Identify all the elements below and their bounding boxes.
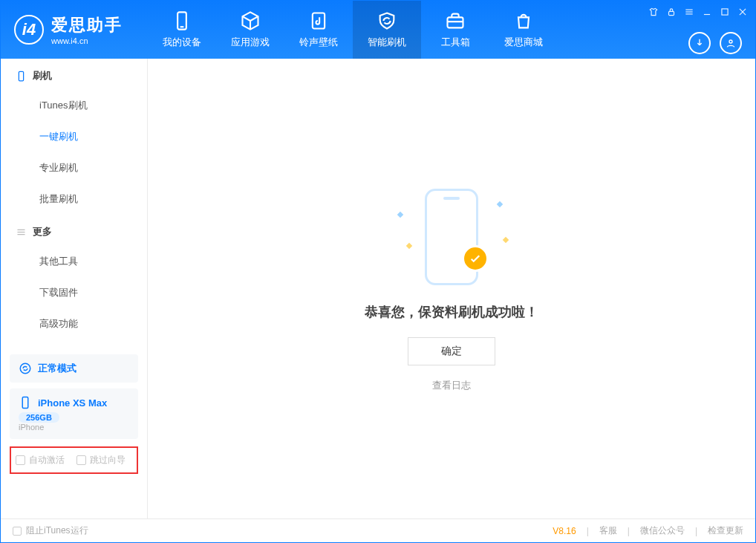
close-icon[interactable] — [737, 7, 748, 20]
sparkle-icon — [397, 211, 403, 217]
sidebar-item-pro-flash[interactable]: 专业刷机 — [1, 152, 147, 183]
sidebar-item-other-tools[interactable]: 其他工具 — [1, 246, 147, 277]
checkbox-icon — [13, 527, 22, 536]
tab-store[interactable]: 爱思商城 — [489, 1, 558, 59]
sparkle-icon — [406, 242, 412, 248]
wechat-link[interactable]: 微信公众号 — [640, 524, 685, 537]
device-info-card[interactable]: iPhone XS Max 256GB iPhone — [10, 388, 138, 439]
tab-toolbox[interactable]: 工具箱 — [421, 1, 489, 59]
checkbox-label: 自动激活 — [29, 454, 65, 466]
tab-label: 工具箱 — [441, 36, 470, 49]
sidebar: 刷机 iTunes刷机 一键刷机 专业刷机 批量刷机 更多 其他工具 下载固件 … — [1, 59, 148, 518]
tab-label: 爱思商城 — [504, 36, 543, 49]
checkmark-badge-icon — [462, 245, 489, 272]
version-label: V8.16 — [553, 526, 576, 536]
group-title-text: 更多 — [33, 225, 52, 238]
update-link[interactable]: 检查更新 — [708, 524, 743, 537]
briefcase-icon — [445, 10, 466, 31]
user-icon[interactable] — [720, 32, 742, 54]
sidebar-item-advanced[interactable]: 高级功能 — [1, 308, 147, 339]
device-capacity-badge: 256GB — [19, 412, 59, 423]
cube-icon — [240, 10, 261, 31]
success-message: 恭喜您，保资料刷机成功啦！ — [365, 303, 538, 321]
checkbox-label: 跳过向导 — [90, 454, 126, 466]
sparkle-icon — [503, 236, 509, 242]
shirt-icon[interactable] — [648, 7, 659, 20]
view-log-link[interactable]: 查看日志 — [432, 379, 471, 392]
tab-label: 铃声壁纸 — [299, 36, 338, 49]
brand-name: 爱思助手 — [51, 14, 123, 36]
logo-block: i4 爱思助手 www.i4.cn — [1, 1, 148, 59]
sidebar-item-download-firmware[interactable]: 下载固件 — [1, 277, 147, 308]
svg-rect-2 — [313, 13, 325, 29]
separator: | — [695, 526, 697, 536]
logo-icon: i4 — [14, 15, 44, 45]
highlighted-options: 自动激活 跳过向导 — [10, 446, 138, 474]
device-type: iPhone — [19, 423, 129, 432]
sidebar-group-more: 更多 — [1, 215, 147, 246]
support-link[interactable]: 客服 — [599, 524, 617, 537]
phone-icon — [172, 10, 192, 31]
minimize-icon[interactable] — [702, 7, 712, 20]
checkbox-auto-activate[interactable]: 自动激活 — [16, 454, 65, 466]
svg-rect-18 — [22, 397, 28, 409]
tab-label: 智能刷机 — [368, 36, 406, 49]
device-mode-button[interactable]: 正常模式 — [10, 354, 138, 383]
device-name: iPhone XS Max — [38, 397, 107, 409]
separator: | — [587, 526, 589, 536]
lock-icon[interactable] — [666, 7, 677, 20]
checkbox-block-itunes[interactable]: 阻止iTunes运行 — [13, 524, 88, 537]
checkbox-label: 阻止iTunes运行 — [26, 524, 88, 537]
device-phone-icon — [19, 396, 32, 409]
bag-icon — [513, 10, 534, 31]
tab-label: 我的设备 — [163, 36, 201, 49]
svg-point-12 — [729, 40, 732, 43]
tab-ringtones[interactable]: 铃声壁纸 — [284, 1, 353, 59]
svg-point-17 — [20, 363, 30, 374]
ok-button[interactable]: 确定 — [408, 337, 495, 365]
checkbox-skip-guide[interactable]: 跳过向导 — [76, 454, 126, 466]
svg-rect-4 — [669, 11, 674, 15]
sidebar-item-oneclick-flash[interactable]: 一键刷机 — [1, 121, 147, 152]
sidebar-group-flash: 刷机 — [1, 59, 147, 90]
svg-rect-9 — [722, 9, 728, 15]
group-title-text: 刷机 — [33, 69, 52, 82]
phone-small-icon — [16, 71, 27, 82]
sidebar-item-itunes-flash[interactable]: iTunes刷机 — [1, 90, 147, 121]
titlebar-controls — [648, 7, 748, 20]
body: 刷机 iTunes刷机 一键刷机 专业刷机 批量刷机 更多 其他工具 下载固件 … — [1, 59, 755, 518]
checkbox-icon — [76, 455, 86, 465]
header-action-circles — [688, 32, 742, 54]
mode-label: 正常模式 — [38, 362, 76, 375]
nav-tabs: 我的设备 应用游戏 铃声壁纸 智能刷机 工具箱 爱思商城 — [148, 1, 558, 59]
maximize-icon[interactable] — [720, 7, 730, 20]
svg-rect-3 — [448, 17, 463, 27]
logo-text: 爱思助手 www.i4.cn — [51, 14, 123, 45]
refresh-shield-icon — [377, 10, 397, 31]
list-icon — [16, 227, 27, 238]
app-window: i4 爱思助手 www.i4.cn 我的设备 应用游戏 铃声壁纸 智能刷机 — [0, 0, 756, 543]
tab-apps-games[interactable]: 应用游戏 — [216, 1, 284, 59]
main-content: 恭喜您，保资料刷机成功啦！ 确定 查看日志 — [148, 59, 755, 518]
brand-site: www.i4.cn — [51, 36, 123, 45]
download-icon[interactable] — [688, 32, 711, 54]
checkbox-icon — [16, 455, 25, 465]
footer-links: V8.16 | 客服 | 微信公众号 | 检查更新 — [553, 524, 743, 537]
tab-my-device[interactable]: 我的设备 — [148, 1, 216, 59]
svg-rect-13 — [19, 71, 23, 81]
tab-label: 应用游戏 — [231, 36, 270, 49]
sidebar-item-batch-flash[interactable]: 批量刷机 — [1, 183, 147, 215]
tab-flash[interactable]: 智能刷机 — [353, 1, 421, 59]
separator: | — [628, 526, 630, 536]
header: i4 爱思助手 www.i4.cn 我的设备 应用游戏 铃声壁纸 智能刷机 — [1, 1, 755, 59]
footer: 阻止iTunes运行 V8.16 | 客服 | 微信公众号 | 检查更新 — [1, 518, 755, 542]
note-icon — [308, 10, 329, 31]
success-graphic — [392, 186, 511, 290]
menu-icon[interactable] — [684, 7, 694, 20]
sync-icon — [19, 362, 32, 375]
sparkle-icon — [497, 201, 503, 207]
